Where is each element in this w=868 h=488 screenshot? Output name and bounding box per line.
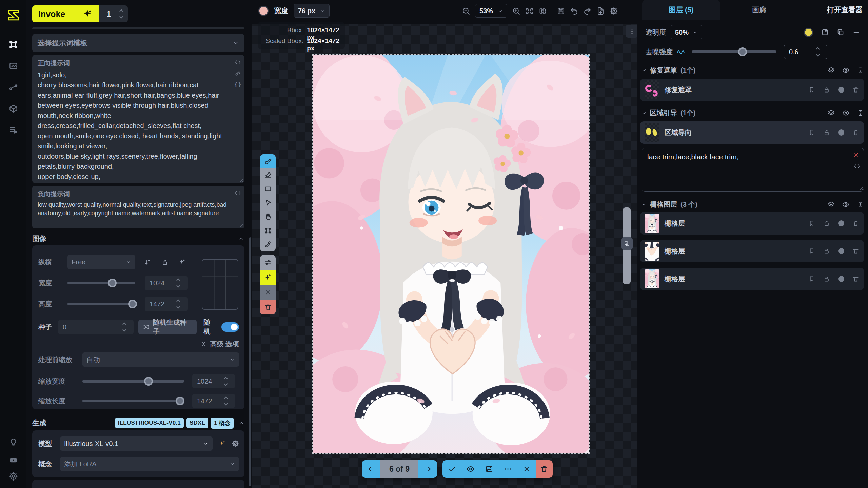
swap-dimensions-icon[interactable]	[144, 259, 151, 266]
nav-workflows-icon[interactable]	[9, 83, 18, 92]
fit-layer-icon[interactable]	[821, 28, 829, 36]
code-toggle-icon[interactable]	[235, 190, 241, 196]
queue-count-stepper[interactable]: 1	[99, 5, 128, 22]
lock-icon[interactable]	[823, 86, 830, 93]
staging-prev-button[interactable]	[362, 460, 380, 478]
aspect-select[interactable]: Free	[67, 255, 135, 269]
image-section-header[interactable]: 图像	[32, 232, 244, 245]
scaled-width-slider[interactable]	[82, 380, 184, 383]
scale-before-select[interactable]: 自动	[82, 352, 239, 367]
transform-tool[interactable]	[260, 224, 276, 238]
generated-image[interactable]	[313, 55, 589, 453]
eye-icon[interactable]	[842, 109, 849, 117]
lock-aspect-icon[interactable]	[161, 259, 169, 266]
inpaint-mask-group-header[interactable]: 修复遮罩 (1个)	[642, 65, 864, 75]
invoke-button[interactable]: Invoke	[32, 5, 99, 22]
eraser-tool[interactable]	[260, 168, 276, 182]
staging-preview-button[interactable]	[461, 460, 480, 478]
bookmark-icon[interactable]	[808, 248, 815, 255]
staging-discard-button[interactable]	[536, 460, 553, 478]
layer-color-dot[interactable]	[838, 276, 844, 282]
generation-section-header[interactable]: 生成 ILLUSTRIOUS-XL-V0.1 SDXL 1 概念	[32, 417, 244, 429]
merge-layers-icon[interactable]	[828, 109, 835, 117]
staging-accept-button[interactable]	[442, 460, 461, 478]
brush-color-swatch[interactable]	[258, 6, 269, 16]
denoise-input[interactable]: 0.6	[784, 45, 827, 59]
bookmark-icon[interactable]	[808, 86, 815, 93]
invoke-staging-tool[interactable]	[260, 270, 276, 285]
model-sparkle-icon[interactable]	[219, 440, 226, 447]
denoise-slider[interactable]	[692, 50, 776, 53]
zoom-level-select[interactable]: 53%	[475, 4, 507, 18]
nav-models-icon[interactable]	[9, 104, 18, 113]
lock-icon[interactable]	[823, 129, 830, 136]
staging-save-button[interactable]	[480, 460, 498, 478]
select-tool[interactable]	[260, 196, 276, 210]
regional-prompt-text[interactable]: lace trim,lace,black lace trim,	[647, 153, 739, 161]
brush-width-select[interactable]: 76 px	[294, 4, 330, 18]
raster-layer-row[interactable]: 栅格层	[640, 268, 864, 290]
frame-icon[interactable]	[857, 109, 864, 117]
regional-guidance-group-header[interactable]: 区域引导 (1个)	[642, 108, 864, 118]
scaled-width-input[interactable]: 1024	[192, 374, 235, 388]
nav-settings-gear-icon[interactable]	[9, 472, 18, 481]
tab-layers[interactable]: 图层 (5)	[642, 0, 720, 20]
code-toggle-icon[interactable]	[235, 59, 241, 65]
model-settings-gear-icon[interactable]	[232, 440, 239, 447]
zoom-in-icon[interactable]	[512, 7, 520, 15]
randomize-seed-button[interactable]: 随机生成种子	[138, 320, 197, 334]
lock-icon[interactable]	[823, 248, 830, 255]
bookmark-icon[interactable]	[808, 276, 815, 282]
canvas-menu-button[interactable]	[626, 25, 637, 38]
zoom-out-icon[interactable]	[462, 7, 470, 15]
width-input[interactable]: 1024	[145, 276, 188, 290]
trash-icon[interactable]	[852, 86, 859, 93]
pan-tool[interactable]	[260, 210, 276, 224]
scaled-height-input[interactable]: 1472	[192, 394, 235, 408]
rect-tool[interactable]	[260, 182, 276, 196]
seed-input[interactable]: 0	[58, 320, 134, 334]
layer-color-dot[interactable]	[838, 220, 844, 226]
height-slider[interactable]	[67, 303, 135, 305]
positive-prompt-box[interactable]: 正向提示词 1girl,solo, cherry blossoms,hair f…	[32, 55, 244, 183]
discard-tool[interactable]	[260, 300, 276, 314]
undo-icon[interactable]	[570, 7, 578, 15]
braces-icon[interactable]: { }	[235, 81, 241, 88]
frame-icon[interactable]	[857, 201, 864, 208]
layer-color-dot[interactable]	[838, 129, 844, 136]
eyedropper-tool[interactable]	[260, 238, 276, 251]
raster-layers-group-header[interactable]: 栅格图层 (3 个)	[642, 199, 864, 209]
random-seed-toggle[interactable]	[221, 322, 239, 332]
add-lora-select[interactable]: 添加 LoRA	[60, 457, 239, 471]
opacity-select[interactable]: 50%	[671, 25, 702, 39]
stepper-arrows[interactable]	[119, 9, 128, 19]
layer-color-dot[interactable]	[838, 248, 844, 254]
nav-video-icon[interactable]	[9, 455, 18, 465]
trash-icon[interactable]	[852, 248, 859, 255]
nav-queue-icon[interactable]	[9, 125, 18, 135]
staging-more-button[interactable]	[498, 460, 517, 478]
bookmark-icon[interactable]	[808, 129, 815, 136]
merge-layers-icon[interactable]	[828, 67, 835, 74]
canvas-settings-gear-icon[interactable]	[610, 7, 618, 15]
compare-panel-button[interactable]	[621, 237, 633, 250]
nav-gallery-icon[interactable]	[9, 61, 18, 70]
width-slider[interactable]	[67, 282, 135, 284]
save-canvas-icon[interactable]	[557, 7, 565, 15]
layer-color-dot[interactable]	[838, 87, 844, 93]
canvas-workspace[interactable]: 宽度 76 px 53% Bbox: 1024	[252, 0, 637, 488]
height-input[interactable]: 1472	[145, 297, 188, 311]
negative-prompt-box[interactable]: 负向提示词 low quality,worst quality,normal q…	[32, 186, 244, 228]
regional-prompt-box[interactable]: lace trim,lace,black lace trim,	[642, 148, 864, 192]
regional-guidance-layer-row[interactable]: 区域导向	[640, 121, 864, 144]
optimize-size-sparkle-icon[interactable]	[179, 259, 186, 266]
duplicate-layer-icon[interactable]	[837, 28, 844, 36]
brush-tool[interactable]	[260, 154, 276, 168]
lock-icon[interactable]	[823, 276, 830, 282]
layer-color-swatch[interactable]	[804, 28, 813, 37]
fit-bbox-icon[interactable]	[538, 7, 547, 15]
eye-icon[interactable]	[842, 67, 849, 74]
raster-layer-row[interactable]: 栅格层	[640, 240, 864, 262]
panel-scrollbar[interactable]	[249, 237, 251, 486]
frame-icon[interactable]	[857, 67, 864, 74]
